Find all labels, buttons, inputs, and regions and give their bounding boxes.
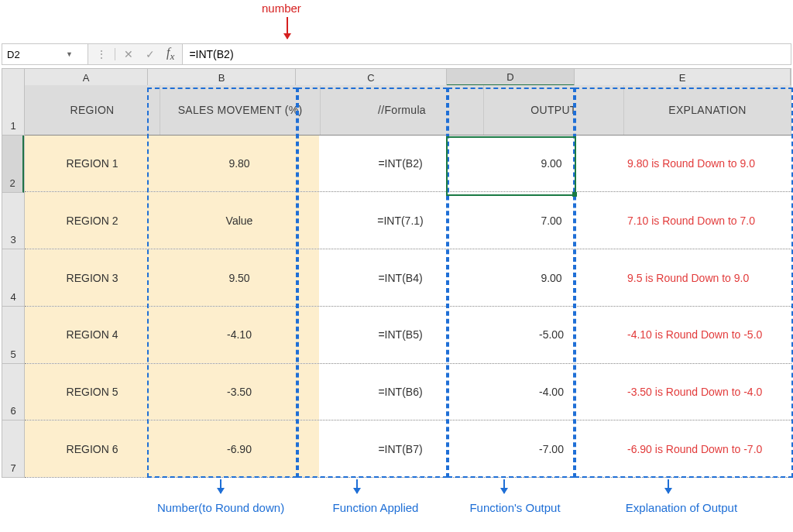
table-row: REGION 6 -6.90 =INT(B7) -7.00 -6.90 is R… <box>25 420 791 478</box>
row-header-2[interactable]: 2 <box>2 136 24 193</box>
row-header-5[interactable]: 5 <box>2 307 24 364</box>
cell-E7[interactable]: -6.90 is Round Down to -7.0 <box>621 420 791 477</box>
col-header-C[interactable]: C <box>296 69 447 86</box>
header-explanation[interactable]: EXPLANATION <box>624 85 791 135</box>
annotation-number: number <box>262 2 301 15</box>
chevron-down-icon[interactable]: ▼ <box>66 50 76 58</box>
cell-A3[interactable]: REGION 2 <box>25 192 160 249</box>
select-all-corner[interactable] <box>2 69 25 86</box>
cell-C6[interactable]: =INT(B6) <box>319 364 482 420</box>
cell-C5[interactable]: =INT(B5) <box>319 307 482 363</box>
header-row: REGION SALES MOVEMENT (%) //Formula OUTP… <box>25 85 791 136</box>
cell-E2[interactable]: 9.80 is Round Down to 9.0 <box>621 136 791 192</box>
cell-E5[interactable]: -4.10 is Round Down to -5.0 <box>621 307 791 363</box>
cell-B6[interactable]: -3.50 <box>160 364 319 420</box>
table-row: REGION 3 9.50 =INT(B4) 9.00 9.5 is Round… <box>25 249 791 307</box>
cell-B4[interactable]: 9.50 <box>160 249 319 306</box>
cell-B3[interactable]: Value <box>160 192 319 249</box>
enter-icon[interactable]: ✓ <box>145 48 156 60</box>
cell-D5[interactable]: -5.00 <box>482 307 621 363</box>
header-formula[interactable]: //Formula <box>321 85 484 135</box>
row-numbers: 1 2 3 4 5 6 7 <box>2 85 25 478</box>
col-header-B[interactable]: B <box>148 69 296 86</box>
table-row: REGION 5 -3.50 =INT(B6) -4.00 -3.50 is R… <box>25 364 791 421</box>
cell-D3[interactable]: 7.00 <box>482 192 621 249</box>
header-sales-movement[interactable]: SALES MOVEMENT (%) <box>160 85 321 135</box>
cell-A7[interactable]: REGION 6 <box>25 420 160 477</box>
divider <box>115 48 115 60</box>
cell-A2[interactable]: REGION 1 <box>25 136 160 192</box>
table-row: REGION 1 9.80 =INT(B2) 9.00 9.80 is Roun… <box>25 136 791 193</box>
arrow-down-icon <box>356 479 358 493</box>
cell-D4[interactable]: 9.00 <box>482 249 621 306</box>
cell-A4[interactable]: REGION 3 <box>25 249 160 306</box>
cancel-icon[interactable]: ✕ <box>123 48 134 60</box>
fx-icon[interactable]: fx <box>166 46 174 63</box>
cell-B7[interactable]: -6.90 <box>160 420 319 477</box>
bottom-annotations: Number(to Round down) Function Applied F… <box>0 479 793 526</box>
header-output[interactable]: OUTPUT <box>484 85 624 135</box>
cell-C2[interactable]: =INT(B2) <box>319 136 482 192</box>
col-header-D[interactable]: D <box>447 69 575 86</box>
col-header-A[interactable]: A <box>25 69 148 86</box>
annotation-col-e: Explanation of Output <box>596 501 767 514</box>
vertical-dots-icon: ⋮ <box>96 48 107 60</box>
formula-input[interactable] <box>183 44 791 64</box>
row-header-6[interactable]: 6 <box>2 364 24 421</box>
row-header-3[interactable]: 3 <box>2 193 24 250</box>
cell-E6[interactable]: -3.50 is Round Down to -4.0 <box>621 364 791 420</box>
cell-C7[interactable]: =INT(B7) <box>319 420 482 477</box>
arrow-down-icon <box>287 17 288 39</box>
row-header-4[interactable]: 4 <box>2 249 24 307</box>
cell-D6[interactable]: -4.00 <box>482 364 621 420</box>
cells: REGION SALES MOVEMENT (%) //Formula OUTP… <box>25 85 791 478</box>
row-header-7[interactable]: 7 <box>2 420 24 478</box>
annotation-col-d: Function's Output <box>449 501 581 514</box>
cell-B2[interactable]: 9.80 <box>160 136 319 192</box>
cell-C4[interactable]: =INT(B4) <box>319 249 482 306</box>
arrow-down-icon <box>220 479 221 493</box>
table-row: REGION 4 -4.10 =INT(B5) -5.00 -4.10 is R… <box>25 307 791 364</box>
spreadsheet-grid: 1 2 3 4 5 6 7 REGION SALES MOVEMENT (%) … <box>2 85 791 478</box>
row-header-1[interactable]: 1 <box>2 85 24 136</box>
cell-D2[interactable]: 9.00 <box>482 136 621 192</box>
name-box[interactable]: ▼ <box>2 44 88 64</box>
arrow-down-icon <box>503 479 505 493</box>
cell-E4[interactable]: 9.5 is Round Down to 9.0 <box>621 249 791 306</box>
header-region[interactable]: REGION <box>25 85 160 135</box>
col-header-E[interactable]: E <box>575 69 791 86</box>
formula-bar: ▼ ⋮ ✕ ✓ fx <box>2 43 791 65</box>
cell-A6[interactable]: REGION 5 <box>25 364 160 420</box>
cell-B5[interactable]: -4.10 <box>160 307 319 363</box>
table-row: REGION 2 Value =INT(7.1) 7.00 7.10 is Ro… <box>25 192 791 249</box>
cell-C3[interactable]: =INT(7.1) <box>319 192 482 249</box>
name-box-input[interactable] <box>2 47 66 62</box>
column-headers: A B C D E <box>2 68 791 87</box>
annotation-col-b: Number(to Round down) <box>132 501 310 514</box>
cell-A5[interactable]: REGION 4 <box>25 307 160 363</box>
cell-E3[interactable]: 7.10 is Round Down to 7.0 <box>621 192 791 249</box>
cell-D7[interactable]: -7.00 <box>482 420 621 477</box>
arrow-down-icon <box>668 479 669 493</box>
annotation-col-c: Function Applied <box>310 501 441 514</box>
formula-bar-buttons: ⋮ ✕ ✓ fx <box>88 44 183 64</box>
